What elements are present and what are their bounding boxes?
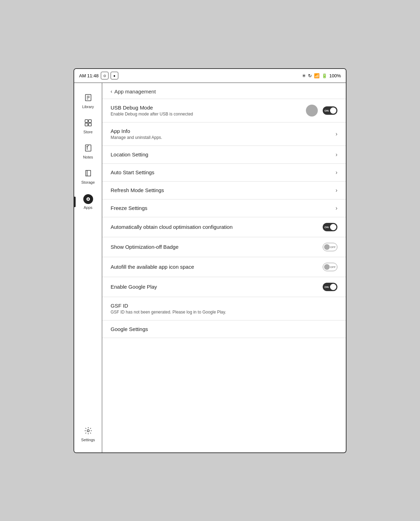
freeze-title: Freeze Settings — [111, 205, 331, 211]
status-bar: AM 11:48 ⊙ ● ✳ ↻ 📶 🔋 100% — [74, 69, 346, 83]
gsf-id-title: GSF ID — [111, 303, 337, 309]
settings-row-opt-badge[interactable]: Show Optimization-off Badge OFF — [102, 237, 346, 257]
settings-icon — [84, 427, 92, 436]
svg-rect-4 — [85, 120, 88, 122]
sidebar-item-store[interactable]: Store — [74, 114, 102, 139]
sidebar-item-library[interactable]: Library — [74, 89, 102, 114]
google-play-right: ON — [323, 283, 337, 291]
gsf-id-subtitle: GSF ID has not been generated. Please lo… — [111, 310, 337, 315]
opt-badge-content: Show Optimization-off Badge — [111, 244, 318, 250]
content-area: ‹ App management USB Debug Mode Enable D… — [102, 83, 346, 452]
location-chevron: › — [336, 152, 337, 158]
svg-point-9 — [87, 146, 88, 147]
settings-row-usb-debug[interactable]: USB Debug Mode Enable Debug mode after U… — [102, 99, 346, 122]
main-layout: Library Store — [74, 83, 346, 452]
notes-label: Notes — [83, 155, 93, 159]
apps-icon — [83, 194, 93, 204]
usb-debug-subtitle: Enable Debug mode after USB is connected — [111, 112, 302, 117]
app-info-title: App Info — [111, 128, 331, 134]
opt-badge-toggle[interactable]: OFF — [323, 243, 337, 251]
google-play-toggle[interactable]: ON — [323, 283, 337, 291]
store-icon — [84, 119, 92, 128]
app-info-chevron: › — [336, 131, 337, 137]
autofill-title: Autofill the available app icon space — [111, 264, 318, 270]
app-info-subtitle: Manage and uninstall Apps. — [111, 135, 331, 140]
sidebar-item-settings[interactable]: Settings — [74, 422, 102, 447]
opt-badge-right: OFF — [323, 243, 337, 251]
breadcrumb[interactable]: ‹ App management — [102, 83, 346, 99]
settings-row-cloud-opt[interactable]: Automatically obtain cloud optimisation … — [102, 217, 346, 237]
auto-start-content: Auto Start Settings — [111, 169, 331, 175]
usb-debug-content: USB Debug Mode Enable Debug mode after U… — [111, 105, 302, 117]
location-title: Location Setting — [111, 152, 331, 157]
status-icon-2: ● — [111, 72, 118, 79]
store-label: Store — [83, 130, 92, 134]
settings-row-freeze[interactable]: Freeze Settings › — [102, 199, 346, 217]
opt-badge-title: Show Optimization-off Badge — [111, 244, 318, 250]
settings-row-location[interactable]: Location Setting › — [102, 146, 346, 164]
sidebar-item-storage[interactable]: Storage — [74, 164, 102, 189]
sidebar-item-apps[interactable]: Apps — [74, 189, 102, 214]
autofill-right: OFF — [323, 263, 337, 271]
auto-start-right: › — [336, 169, 337, 176]
svg-rect-5 — [89, 120, 91, 122]
status-icon-1: ⊙ — [101, 72, 108, 79]
auto-start-chevron: › — [336, 169, 337, 176]
usb-debug-controls: ON — [306, 105, 337, 117]
cloud-opt-toggle[interactable]: ON — [323, 223, 337, 231]
freeze-chevron: › — [336, 205, 337, 211]
status-right: ✳ ↻ 📶 🔋 100% — [302, 73, 341, 78]
sync-icon: ↻ — [308, 73, 312, 78]
sidebar-item-notes[interactable]: Notes — [74, 139, 102, 164]
refresh-mode-chevron: › — [336, 187, 337, 193]
refresh-mode-content: Refresh Mode Settings — [111, 187, 331, 193]
status-left: AM 11:48 ⊙ ● — [79, 72, 118, 79]
google-play-content: Enable Google Play — [111, 284, 318, 290]
google-play-title: Enable Google Play — [111, 284, 318, 290]
device-frame: AM 11:48 ⊙ ● ✳ ↻ 📶 🔋 100% — [74, 68, 346, 453]
svg-rect-6 — [85, 123, 88, 126]
freeze-right: › — [336, 205, 337, 211]
app-info-right: › — [336, 131, 337, 137]
svg-rect-7 — [89, 123, 91, 126]
breadcrumb-label: App management — [114, 89, 156, 94]
settings-row-app-info[interactable]: App Info Manage and uninstall Apps. › — [102, 122, 346, 146]
svg-point-11 — [88, 198, 89, 200]
refresh-mode-title: Refresh Mode Settings — [111, 187, 331, 193]
storage-icon — [84, 169, 92, 179]
settings-row-refresh-mode[interactable]: Refresh Mode Settings › — [102, 182, 346, 199]
gsf-id-content: GSF ID GSF ID has not been generated. Pl… — [111, 303, 337, 315]
cloud-opt-right: ON — [323, 223, 337, 231]
usb-debug-toggle[interactable]: ON — [323, 106, 337, 115]
google-settings-content: Google Settings — [111, 326, 337, 332]
cloud-opt-content: Automatically obtain cloud optimisation … — [111, 224, 318, 230]
svg-point-12 — [87, 430, 89, 432]
apps-label: Apps — [84, 205, 92, 210]
freeze-content: Freeze Settings — [111, 205, 331, 211]
location-content: Location Setting — [111, 152, 331, 157]
settings-row-google-settings[interactable]: Google Settings — [102, 321, 346, 338]
settings-label: Settings — [81, 438, 95, 442]
notes-icon — [84, 144, 92, 154]
autofill-toggle[interactable]: OFF — [323, 263, 337, 271]
library-icon — [84, 93, 92, 103]
status-time: AM 11:48 — [79, 73, 99, 78]
usb-debug-title: USB Debug Mode — [111, 105, 302, 111]
google-settings-title: Google Settings — [111, 326, 337, 332]
location-right: › — [336, 152, 337, 158]
usb-debug-circle — [306, 105, 318, 117]
battery-icon: 🔋 — [322, 73, 327, 78]
wifi-icon: 📶 — [314, 73, 320, 78]
storage-label: Storage — [81, 180, 95, 184]
library-label: Library — [82, 105, 94, 109]
settings-row-gsf-id[interactable]: GSF ID GSF ID has not been generated. Pl… — [102, 297, 346, 321]
app-info-content: App Info Manage and uninstall Apps. — [111, 128, 331, 140]
battery-percent: 100% — [329, 73, 341, 78]
settings-row-google-play[interactable]: Enable Google Play ON — [102, 277, 346, 297]
cloud-opt-title: Automatically obtain cloud optimisation … — [111, 224, 318, 230]
brightness-icon: ✳ — [302, 73, 306, 78]
auto-start-title: Auto Start Settings — [111, 169, 331, 175]
back-arrow-icon: ‹ — [111, 89, 112, 94]
settings-row-auto-start[interactable]: Auto Start Settings › — [102, 164, 346, 182]
settings-row-autofill[interactable]: Autofill the available app icon space OF… — [102, 257, 346, 277]
